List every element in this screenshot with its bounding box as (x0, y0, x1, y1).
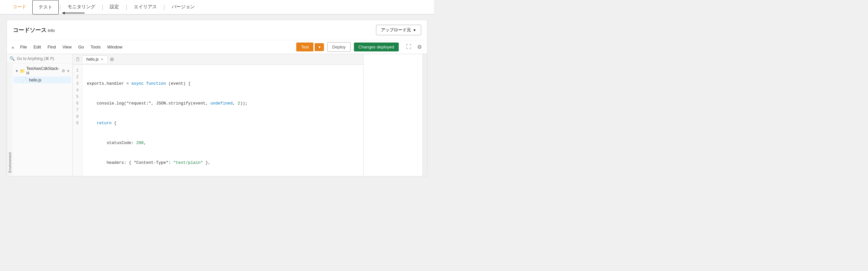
tab-add-icon[interactable]: ⊕ (110, 56, 114, 62)
file-item-hello[interactable]: 📄 hello.js (14, 77, 71, 83)
folder-gear-icon[interactable]: ⚙ (62, 68, 65, 73)
nav-separator-2: | (102, 4, 103, 10)
menu-file[interactable]: File (18, 43, 30, 51)
menu-window[interactable]: Window (104, 43, 125, 51)
code-content[interactable]: exports.handler = async function (event)… (82, 65, 363, 176)
code-source-panel: コードソース Info アップロード元 ▼ ▲ File Edit Find V… (7, 20, 427, 176)
nav-separator-1: | (59, 4, 61, 10)
code-line-1: exports.handler = async function (event)… (87, 81, 359, 87)
top-navigation: コード テスト | モニタリング | 設定 | エイリアス | バージョン (0, 0, 434, 14)
search-input[interactable] (17, 56, 70, 61)
nav-item-code[interactable]: コード (7, 0, 32, 14)
code-line-3: return { (87, 120, 359, 127)
chevron-down-icon: ▼ (413, 28, 416, 32)
svg-marker-1 (62, 12, 65, 14)
nav-separator-4: | (163, 4, 165, 10)
tab-close-icon[interactable]: ✕ (100, 57, 103, 62)
upload-button-label: アップロード元 (381, 27, 411, 33)
menu-edit[interactable]: Edit (31, 43, 43, 51)
settings-icon[interactable]: ⚙ (416, 43, 423, 51)
folder-dropdown-icon: ▼ (67, 69, 70, 73)
panel-title: コードソース (13, 27, 46, 33)
chevron-down-icon-test: ▼ (318, 45, 321, 49)
file-tree: ▼ 📁 TestAwsCdkStack-H ⚙ ▼ 📄 hello.js (12, 63, 72, 176)
environment-label: Environment (7, 63, 12, 176)
tab-bar: 🗒 hello.js ✕ ⊕ (73, 54, 363, 65)
code-line-4: statusCode: 200, (87, 140, 359, 146)
nav-item-alias[interactable]: エイリアス (128, 0, 163, 14)
file-icon: 📄 (22, 78, 27, 83)
changes-deployed-button[interactable]: Changes deployed (354, 42, 399, 52)
nav-item-version[interactable]: バージョン (166, 0, 201, 14)
upload-button[interactable]: アップロード元 ▼ (376, 25, 421, 35)
search-bar: 🔍 (7, 54, 72, 63)
line-numbers: 1 2 3 4 5 6 7 8 9 (73, 65, 82, 176)
folder-expand-icon: ▼ (15, 69, 19, 73)
panel-title-area: コードソース Info (13, 26, 55, 34)
search-icon: 🔍 (9, 56, 15, 61)
test-button[interactable]: Test (296, 42, 313, 52)
panel-header: コードソース Info アップロード元 ▼ (7, 20, 427, 40)
arrow-annotation (51, 10, 91, 20)
code-area[interactable]: 1 2 3 4 5 6 7 8 9 exports.handler = asyn… (73, 65, 363, 176)
copy-icon: 🗒 (75, 57, 80, 62)
menu-go[interactable]: Go (76, 43, 87, 51)
folder-item[interactable]: ▼ 📁 TestAwsCdkStack-H ⚙ ▼ (14, 65, 71, 77)
scrollbar-track[interactable] (423, 54, 427, 176)
main-content: コードソース Info アップロード元 ▼ ▲ File Edit Find V… (0, 14, 434, 182)
tab-label: hello.js (86, 57, 98, 62)
code-line-5: headers: { "Content-Type": "text/plain" … (87, 159, 359, 166)
code-line-2: console.log("request:", JSON.stringify(e… (87, 100, 359, 107)
test-dropdown-button[interactable]: ▼ (315, 43, 324, 51)
menu-find[interactable]: Find (45, 43, 58, 51)
nav-separator-3: | (126, 4, 127, 10)
file-name: hello.js (29, 78, 41, 83)
code-editor: 🗒 hello.js ✕ ⊕ 1 2 3 4 5 6 (73, 54, 363, 176)
menu-tools[interactable]: Tools (88, 43, 103, 51)
folder-name: TestAwsCdkStack-H (26, 66, 60, 76)
file-explorer: 🔍 Environment ▼ 📁 TestAwsCdkStack-H ⚙ ▼ (7, 54, 73, 176)
info-link[interactable]: Info (48, 28, 55, 33)
env-sidebar: Environment ▼ 📁 TestAwsCdkStack-H ⚙ ▼ 📄 … (7, 63, 72, 176)
right-panel (363, 54, 423, 176)
collapse-icon[interactable]: ▲ (11, 45, 15, 50)
deploy-button[interactable]: Deploy (327, 42, 350, 52)
toolbar-right-icons: ⛶ ⚙ (405, 43, 423, 51)
expand-icon[interactable]: ⛶ (405, 43, 412, 51)
nav-item-settings[interactable]: 設定 (104, 0, 125, 14)
folder-icon: 📁 (20, 68, 25, 73)
menu-view[interactable]: View (60, 43, 74, 51)
editor-tab-hello[interactable]: hello.js ✕ (82, 55, 108, 63)
editor-body: 🔍 Environment ▼ 📁 TestAwsCdkStack-H ⚙ ▼ (7, 54, 427, 176)
editor-toolbar: ▲ File Edit Find View Go Tools Window Te… (7, 40, 427, 54)
